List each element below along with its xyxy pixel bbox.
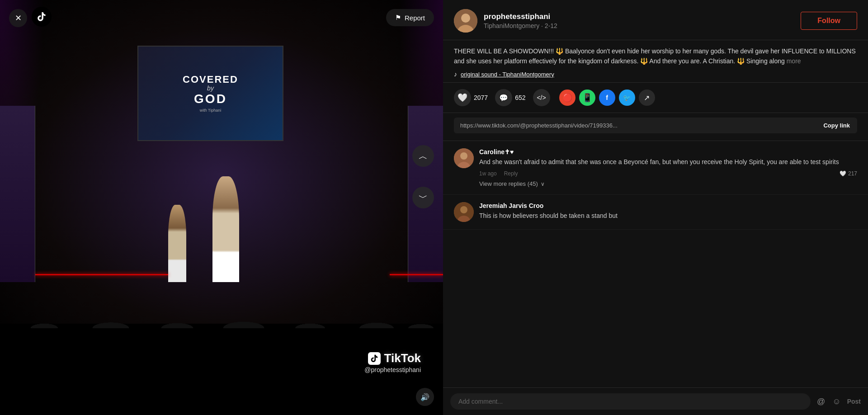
- comment-username: Caroline✝♥: [479, 148, 857, 156]
- stage-scene: COVERED by GOD with Tiphani: [0, 0, 443, 353]
- comment-input[interactable]: [450, 393, 811, 410]
- comment-meta: 1w ago Reply 🤍 217: [479, 170, 857, 177]
- comment-icon: 💬: [495, 89, 512, 106]
- stage-figure-child: [168, 205, 186, 283]
- comment-like[interactable]: 🤍 217: [840, 170, 857, 177]
- right-panel: prophetesstiphani TiphaniMontgomery · 2-…: [443, 0, 868, 415]
- avatar: [454, 202, 474, 222]
- screen-subtitle: with Tiphani: [200, 108, 222, 113]
- sound-row: ♪ original sound - TiphaniMontgomery: [454, 71, 857, 78]
- caption-text: THERE WILL BE A SHOWDOWN!!! 🔱 Baalyonce …: [454, 47, 857, 66]
- report-label: Report: [405, 14, 425, 22]
- screen-text-by: by: [207, 85, 214, 92]
- comment-text: This is how believers should be taken a …: [479, 211, 857, 221]
- at-mention-button[interactable]: @: [815, 395, 827, 408]
- stage-screen: COVERED by GOD with Tiphani: [137, 46, 283, 141]
- input-icons: @ ☺: [815, 395, 843, 408]
- screen-text-god: GOD: [194, 92, 227, 106]
- chevron-down-icon: ∨: [541, 181, 545, 187]
- report-icon: ⚑: [395, 14, 401, 22]
- post-comment-button[interactable]: Post: [847, 398, 861, 405]
- share-twitter-icon[interactable]: 🐦: [619, 90, 635, 106]
- comment-input-section: @ ☺ Post: [443, 387, 868, 415]
- avatar: [454, 9, 477, 33]
- like-action[interactable]: 🤍 2077: [454, 89, 488, 106]
- tiktok-watermark: TikTok @prophetesstiphani: [364, 351, 421, 373]
- comment-count: 652: [515, 94, 525, 101]
- svg-point-0: [32, 7, 52, 27]
- comment-body: Caroline✝♥ And she wasn't afraid to admi…: [479, 148, 857, 187]
- report-button[interactable]: ⚑ Report: [386, 9, 434, 26]
- comment-body: Jeremiah Jarvis Croo This is how believe…: [479, 202, 857, 222]
- volume-button[interactable]: 🔊: [416, 388, 434, 406]
- avatar: [454, 148, 474, 168]
- embed-icon[interactable]: </>: [533, 89, 550, 106]
- tiktok-brand-text: TikTok: [384, 351, 421, 365]
- comment-action[interactable]: 💬 652: [495, 89, 525, 106]
- stage-figure-presenter: [212, 176, 239, 282]
- like-count: 2077: [474, 94, 488, 101]
- author-row: prophetesstiphani TiphaniMontgomery · 2-…: [454, 9, 857, 33]
- volume-icon: 🔊: [420, 393, 429, 401]
- stage-panel-left: [0, 106, 35, 282]
- svg-point-2: [461, 14, 470, 23]
- share-red-icon[interactable]: 🔴: [559, 90, 576, 106]
- close-button[interactable]: ✕: [9, 9, 27, 27]
- list-item: Caroline✝♥ And she wasn't afraid to admi…: [443, 141, 868, 195]
- video-panel: COVERED by GOD with Tiphani Tik: [0, 0, 443, 415]
- comment-reply-button[interactable]: Reply: [504, 170, 518, 177]
- author-info: prophetesstiphani TiphaniMontgomery · 2-…: [454, 9, 557, 33]
- link-section: https://www.tiktok.com/@prophetesstiphan…: [443, 113, 868, 141]
- video-background: COVERED by GOD with Tiphani Tik: [0, 0, 443, 415]
- chevron-up-icon: ︿: [419, 150, 428, 162]
- sound-name[interactable]: original sound - TiphaniMontgomery: [461, 71, 554, 78]
- emoji-button[interactable]: ☺: [830, 395, 842, 408]
- caption-section: THERE WILL BE A SHOWDOWN!!! 🔱 Baalyonce …: [443, 40, 868, 83]
- author-section: prophetesstiphani TiphaniMontgomery · 2-…: [443, 0, 868, 40]
- share-whatsapp-icon[interactable]: 📱: [579, 90, 595, 106]
- comment-time: 1w ago: [479, 170, 497, 177]
- tiktok-logo-row: TikTok: [368, 351, 421, 365]
- chevron-down-icon: ﹀: [419, 192, 428, 204]
- tiktok-logo-icon: [368, 352, 381, 365]
- author-details: prophetesstiphani TiphaniMontgomery · 2-…: [484, 12, 557, 29]
- comment-like-count: 217: [848, 170, 857, 177]
- svg-point-8: [460, 206, 467, 213]
- comment-text: And she wasn't afraid to admit that she …: [479, 157, 857, 167]
- caption-more[interactable]: more: [787, 57, 801, 65]
- tiktok-logo-top: [32, 7, 52, 27]
- close-icon: ✕: [15, 13, 22, 23]
- comment-username: Jeremiah Jarvis Croo: [479, 202, 857, 209]
- copy-link-button[interactable]: Copy link: [816, 118, 857, 133]
- author-handle: TiphaniMontgomery · 2-12: [484, 22, 557, 29]
- svg-point-5: [460, 152, 467, 160]
- heart-outline-icon: 🤍: [840, 170, 846, 177]
- follow-button[interactable]: Follow: [801, 12, 857, 30]
- actions-row: 🤍 2077 💬 652 </> 🔴 📱 f 🐦 ↗: [454, 89, 857, 106]
- nav-up-button[interactable]: ︿: [412, 145, 434, 167]
- led-strip-left: [35, 274, 168, 275]
- view-replies-label: View more replies (45): [479, 180, 538, 187]
- author-name: prophetesstiphani: [484, 12, 557, 21]
- share-facebook-icon[interactable]: f: [599, 90, 615, 106]
- heart-icon: 🤍: [454, 89, 471, 106]
- nav-down-button[interactable]: ﹀: [412, 187, 434, 208]
- view-replies-button[interactable]: View more replies (45) ∨: [479, 180, 857, 187]
- share-more-icon[interactable]: ↗: [639, 90, 655, 106]
- share-icons: 🔴 📱 f 🐦 ↗: [559, 90, 655, 106]
- music-note-icon: ♪: [454, 71, 457, 78]
- comments-section[interactable]: Caroline✝♥ And she wasn't afraid to admi…: [443, 141, 868, 387]
- tiktok-username-watermark: @prophetesstiphani: [364, 366, 421, 373]
- led-strip-right: [390, 274, 443, 275]
- link-url: https://www.tiktok.com/@prophetesstiphan…: [454, 118, 816, 133]
- actions-section: 🤍 2077 💬 652 </> 🔴 📱 f 🐦 ↗: [443, 83, 868, 113]
- link-row: https://www.tiktok.com/@prophetesstiphan…: [454, 118, 857, 133]
- screen-text-covered: COVERED: [183, 75, 238, 85]
- list-item: Jeremiah Jarvis Croo This is how believe…: [443, 195, 868, 230]
